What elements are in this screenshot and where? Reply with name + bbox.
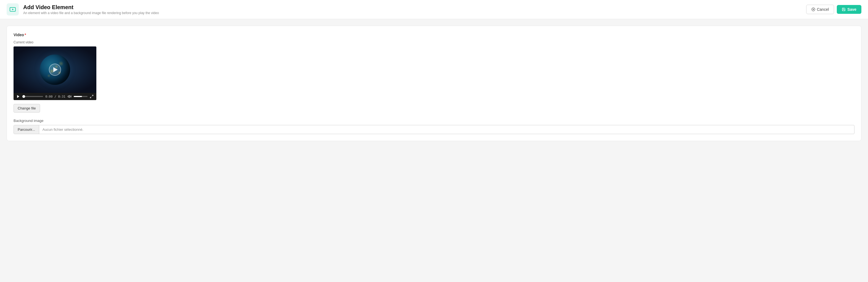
video-screen xyxy=(13,47,96,93)
video-label-text: Video xyxy=(13,33,24,37)
play-pause-button[interactable] xyxy=(16,94,20,98)
save-button[interactable]: Save xyxy=(837,5,861,14)
background-image-label: Background image xyxy=(13,119,855,123)
current-time: 0:00 xyxy=(45,95,53,98)
time-separator: / xyxy=(53,95,58,98)
header-left: Add Video Element An element with a vide… xyxy=(7,3,159,16)
required-star: * xyxy=(25,33,26,37)
svg-line-7 xyxy=(92,95,93,96)
file-input-row: Parcourir... Aucun fichier sélectionné. xyxy=(13,125,855,134)
play-overlay-button[interactable] xyxy=(49,64,61,76)
header-actions: Cancel Save xyxy=(806,5,861,14)
fullscreen-button[interactable] xyxy=(90,94,94,98)
change-file-button[interactable]: Change file xyxy=(13,104,40,113)
current-video-label: Current video xyxy=(13,40,855,44)
header-title-block: Add Video Element An element with a vide… xyxy=(23,4,159,15)
form-card: Video* Current video xyxy=(7,26,861,141)
cancel-button[interactable]: Cancel xyxy=(806,5,834,14)
video-player: 0:00 / 0:31 xyxy=(13,47,96,100)
play-triangle-icon xyxy=(53,67,58,72)
volume-fill xyxy=(74,96,82,97)
cancel-label: Cancel xyxy=(817,7,829,11)
svg-marker-5 xyxy=(17,95,19,98)
background-image-section: Background image Parcourir... Aucun fich… xyxy=(13,119,855,134)
video-element-icon xyxy=(7,3,19,16)
page-header: Add Video Element An element with a vide… xyxy=(0,0,868,19)
svg-marker-1 xyxy=(12,8,14,10)
page-title: Add Video Element xyxy=(23,4,159,10)
video-controls: 0:00 / 0:31 xyxy=(13,93,96,100)
browse-button[interactable]: Parcourir... xyxy=(14,125,39,134)
save-label: Save xyxy=(847,7,857,11)
progress-thumb xyxy=(22,95,25,98)
video-section-label: Video* xyxy=(13,33,855,37)
progress-bar[interactable] xyxy=(22,96,43,97)
mute-button[interactable] xyxy=(68,94,71,98)
time-display: 0:00 / 0:31 xyxy=(45,95,65,98)
page-subtitle: An element with a video file and a backg… xyxy=(23,11,159,15)
main-content: Video* Current video xyxy=(0,19,868,148)
svg-line-8 xyxy=(90,97,91,98)
file-name-display: Aucun fichier sélectionné. xyxy=(39,125,87,134)
svg-marker-6 xyxy=(68,95,69,97)
total-time: 0:31 xyxy=(58,95,66,98)
volume-slider[interactable] xyxy=(74,96,88,97)
